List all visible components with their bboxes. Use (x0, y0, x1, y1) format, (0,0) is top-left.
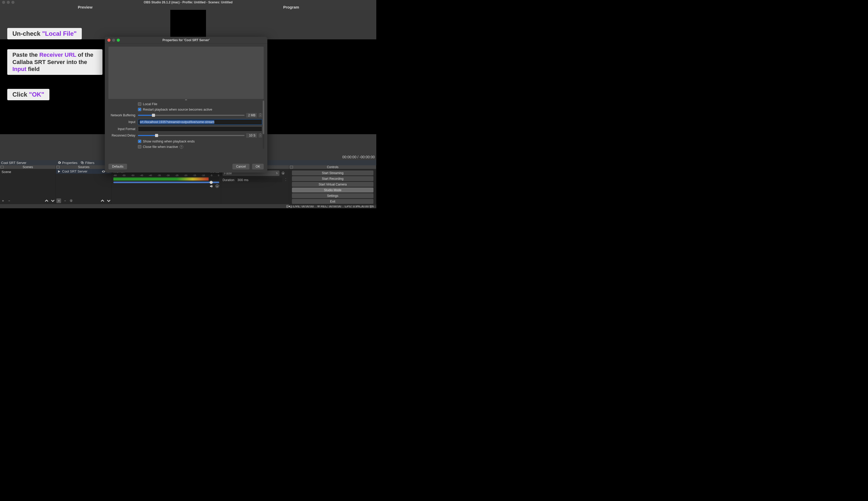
window-title: OBS Studio 26.1.2 (mac) - Profile: Untit… (0, 1, 376, 4)
duration-label: Duration (222, 178, 234, 182)
properties-dialog: Properties for 'Cool SRT Server' Local F… (105, 37, 267, 172)
minimize-window-icon[interactable] (7, 1, 10, 4)
remove-source-button[interactable]: － (63, 199, 67, 203)
network-buffering-label: Network Buffering (108, 114, 138, 117)
source-item[interactable]: Cool SRT Server (56, 169, 111, 174)
dialog-title: Properties for 'Cool SRT Server' (105, 38, 267, 42)
window-titlebar: OBS Studio 26.1.2 (mac) - Profile: Untit… (0, 0, 376, 5)
sources-panel: Sources Cool SRT Server ＋ － (56, 165, 112, 204)
chevron-down-icon (51, 199, 55, 203)
reconnect-delay-label: Reconnect Delay (108, 134, 138, 137)
properties-button[interactable]: Properties (56, 161, 79, 165)
source-up-button[interactable] (100, 199, 105, 203)
network-buffering-slider[interactable] (138, 115, 244, 116)
speaker-icon[interactable] (209, 184, 213, 188)
mixer-scale: -60-55-50-45-40-35-30-25-20-15-10-50 (113, 174, 219, 177)
minimize-dialog-icon[interactable] (112, 39, 115, 42)
start-streaming-button[interactable]: Start Streaming (292, 170, 373, 175)
annotation-paste-url: Paste the Receiver URL of the Callaba SR… (7, 49, 102, 75)
program-timecode: 00:00:00 / -00:00:00 (342, 155, 375, 159)
network-buffering-value[interactable]: 2 MB (246, 113, 257, 118)
sources-title: Sources (56, 165, 111, 169)
gear-icon (57, 161, 61, 164)
preview-label: Preview (0, 5, 170, 10)
source-down-button[interactable] (106, 199, 111, 203)
svg-point-3 (217, 186, 218, 187)
local-file-checkbox[interactable] (138, 102, 141, 106)
scenes-panel: Scenes Scene ＋ － (0, 165, 56, 204)
chevron-down-icon: ˅ (259, 115, 262, 117)
network-buffering-stepper[interactable]: ˄˅ (259, 113, 262, 117)
annotation-click-ok: Click "OK" (7, 89, 50, 100)
close-window-icon[interactable] (2, 1, 5, 4)
help-icon[interactable]: ? (179, 145, 183, 149)
restart-playback-checkbox[interactable] (138, 108, 141, 111)
chevron-up-icon (45, 199, 48, 203)
controls-title: Controls (289, 165, 376, 169)
zoom-dialog-icon[interactable] (117, 39, 120, 42)
mixer-volume-slider[interactable] (113, 182, 219, 183)
duration-input[interactable]: 300 ms (236, 178, 282, 182)
studio-mode-button[interactable]: Studio Mode (292, 188, 373, 192)
scene-up-button[interactable] (44, 199, 49, 203)
program-label: Program (206, 5, 376, 10)
close-inactive-label: Close file when inactive (143, 145, 178, 149)
svg-point-4 (283, 173, 284, 174)
svg-point-2 (71, 200, 72, 201)
gear-icon (69, 199, 73, 203)
input-label: Input (108, 120, 138, 124)
play-icon (57, 170, 61, 173)
remove-scene-button[interactable]: － (7, 199, 11, 203)
chevron-down-icon (107, 199, 110, 203)
input-format-field[interactable] (138, 126, 262, 131)
reconnect-delay-value[interactable]: 10 S (246, 133, 257, 138)
scene-down-button[interactable] (51, 199, 55, 203)
gear-icon[interactable] (281, 171, 285, 175)
filters-button[interactable]: Filters (79, 161, 96, 165)
scenes-title: Scenes (0, 165, 56, 169)
duration-stepper[interactable]: ˄˅ (284, 178, 287, 182)
input-field[interactable]: srt://localhost:1935?streamid=output/liv… (138, 119, 262, 125)
reconnect-delay-stepper[interactable]: ˄˅ (259, 134, 262, 138)
cancel-button[interactable]: Cancel (232, 164, 249, 169)
chevron-down-icon: ˅ (284, 180, 287, 182)
controls-panel: Controls Start Streaming Start Recording… (289, 165, 376, 204)
zoom-window-icon[interactable] (11, 1, 14, 4)
close-dialog-icon[interactable] (107, 39, 110, 42)
chevron-up-icon: ˄ (284, 178, 287, 180)
show-nothing-label: Show nothing when playback ends (143, 139, 195, 143)
filters-icon (80, 161, 84, 164)
restart-playback-label: Restart playback when source becomes act… (143, 107, 212, 111)
start-recording-button[interactable]: Start Recording (292, 176, 373, 181)
mixer-meter (113, 178, 219, 181)
settings-button[interactable]: Settings (292, 193, 373, 198)
add-scene-button[interactable]: ＋ (1, 199, 5, 203)
dialog-preview (108, 47, 264, 99)
popout-icon[interactable] (290, 166, 293, 168)
defaults-button[interactable]: Defaults (108, 164, 127, 169)
show-nothing-checkbox[interactable] (138, 140, 141, 143)
local-file-label: Local File (143, 102, 157, 106)
exit-button[interactable]: Exit (292, 199, 373, 204)
start-virtual-camera-button[interactable]: Start Virtual Camera (292, 182, 373, 187)
chevron-down-icon: ˅ (259, 136, 262, 138)
source-item-label: Cool SRT Server (62, 169, 87, 173)
annotation-uncheck-localfile: Un-check "Local File" (7, 28, 82, 39)
gear-icon[interactable] (215, 184, 219, 188)
ok-button[interactable]: OK (252, 164, 264, 169)
selected-source-name: Cool SRT Server (0, 161, 56, 165)
chevron-up-icon (101, 199, 104, 203)
popout-icon[interactable] (56, 166, 59, 168)
close-inactive-checkbox[interactable] (138, 145, 141, 148)
input-format-label: Input Format (108, 127, 138, 131)
add-source-button[interactable]: ＋ (56, 199, 61, 203)
scene-item[interactable]: Scene (0, 169, 56, 175)
popout-icon[interactable] (1, 166, 4, 168)
source-settings-button[interactable] (69, 199, 74, 203)
reconnect-delay-slider[interactable] (138, 135, 244, 136)
preview-program-header: Preview Program (0, 5, 376, 10)
dialog-scrollbar[interactable] (263, 100, 264, 149)
